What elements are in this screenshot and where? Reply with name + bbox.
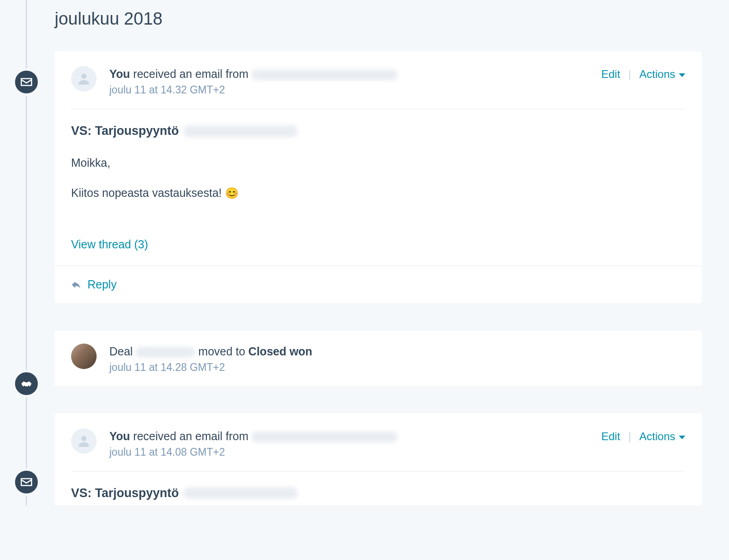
redacted-subject (184, 487, 298, 499)
redacted-subject (184, 125, 298, 137)
activity-title: You received an email from (109, 428, 601, 444)
body-line-text: Kiitos nopeasta vastauksesta! (71, 186, 225, 199)
timestamp: joulu 11 at 14.08 GMT+2 (109, 446, 601, 458)
email-subject: VS: Tarjouspyyntö (71, 124, 685, 138)
avatar (71, 344, 97, 369)
subject-prefix: VS: Tarjouspyyntö (71, 486, 179, 500)
deal-prefix: Deal (109, 345, 136, 358)
email-body-greeting: Moikka, (71, 154, 685, 172)
timeline-card-deal: Deal moved to Closed won joulu 11 at 14.… (55, 331, 702, 386)
timestamp: joulu 11 at 14.28 GMT+2 (109, 361, 685, 374)
actions-dropdown[interactable]: Actions (639, 68, 685, 81)
view-thread-link[interactable]: View thread (3) (71, 238, 148, 251)
chevron-down-icon (679, 436, 685, 439)
activity-verb: received an email from (130, 430, 248, 442)
card-header: You received an email from joulu 11 at 1… (55, 51, 702, 109)
svg-point-0 (81, 74, 86, 79)
header-text: You received an email from joulu 11 at 1… (109, 66, 601, 96)
card-body: VS: Tarjouspyyntö Moikka, Kiitos nopeast… (55, 109, 702, 266)
avatar (71, 66, 97, 92)
email-body-line: Kiitos nopeasta vastauksesta! 😊 (71, 185, 685, 202)
timeline-card-email: You received an email from joulu 11 at 1… (55, 51, 702, 303)
edit-button[interactable]: Edit (601, 66, 620, 82)
card-body: VS: Tarjouspyyntö (55, 472, 702, 506)
svg-point-1 (81, 436, 86, 441)
card-footer: Reply (55, 266, 702, 303)
activity-verb: received an email from (130, 67, 248, 80)
email-icon (13, 68, 40, 96)
redacted-sender (252, 69, 397, 80)
actions-dropdown[interactable]: Actions (639, 430, 685, 443)
deal-verb: moved to (198, 345, 248, 358)
timeline-card-email: You received an email from joulu 11 at 1… (55, 414, 702, 506)
handshake-icon (13, 370, 40, 397)
activity-title: You received an email from (109, 66, 601, 82)
subject-prefix: VS: Tarjouspyyntö (71, 124, 179, 138)
actions-label: Actions (639, 430, 675, 443)
header-actions: Edit | Actions (601, 66, 685, 82)
email-subject: VS: Tarjouspyyntö (71, 486, 685, 500)
actions-label: Actions (639, 68, 675, 81)
redacted-deal-name (136, 347, 195, 358)
actor-label: You (109, 430, 130, 442)
activity-timeline: joulukuu 2018 You received an email from… (0, 0, 729, 506)
card-header: You received an email from joulu 11 at 1… (55, 414, 702, 471)
header-text: Deal moved to Closed won joulu 11 at 14.… (109, 344, 685, 374)
month-header: joulukuu 2018 (55, 9, 702, 29)
smile-emoji-icon: 😊 (225, 187, 239, 199)
chevron-down-icon (679, 73, 685, 77)
email-icon (13, 468, 40, 496)
card-header: Deal moved to Closed won joulu 11 at 14.… (55, 331, 702, 386)
reply-button[interactable]: Reply (71, 278, 117, 291)
header-actions: Edit | Actions (601, 428, 685, 445)
deal-stage: Closed won (248, 345, 312, 358)
activity-title: Deal moved to Closed won (109, 344, 685, 360)
action-separator: | (628, 68, 631, 81)
action-separator: | (628, 430, 631, 443)
timestamp: joulu 11 at 14.32 GMT+2 (109, 84, 601, 96)
actor-label: You (109, 67, 130, 80)
header-text: You received an email from joulu 11 at 1… (109, 428, 601, 458)
reply-icon (71, 280, 81, 290)
avatar (71, 428, 97, 454)
redacted-sender (252, 432, 397, 442)
reply-label: Reply (87, 278, 117, 291)
edit-button[interactable]: Edit (601, 428, 620, 445)
